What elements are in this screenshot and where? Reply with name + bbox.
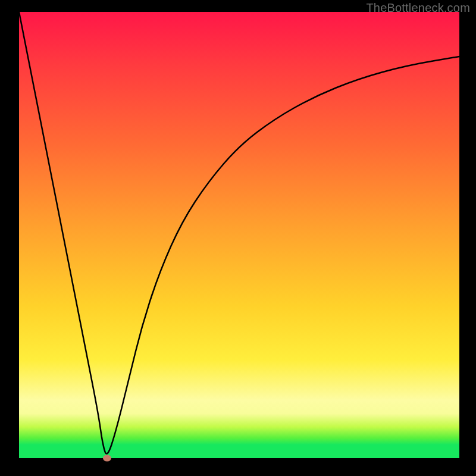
plot-area bbox=[19, 12, 459, 458]
curve-path bbox=[19, 12, 459, 454]
optimal-point-marker bbox=[103, 455, 111, 462]
bottleneck-curve bbox=[19, 12, 459, 458]
chart-frame: TheBottleneck.com bbox=[0, 0, 476, 476]
